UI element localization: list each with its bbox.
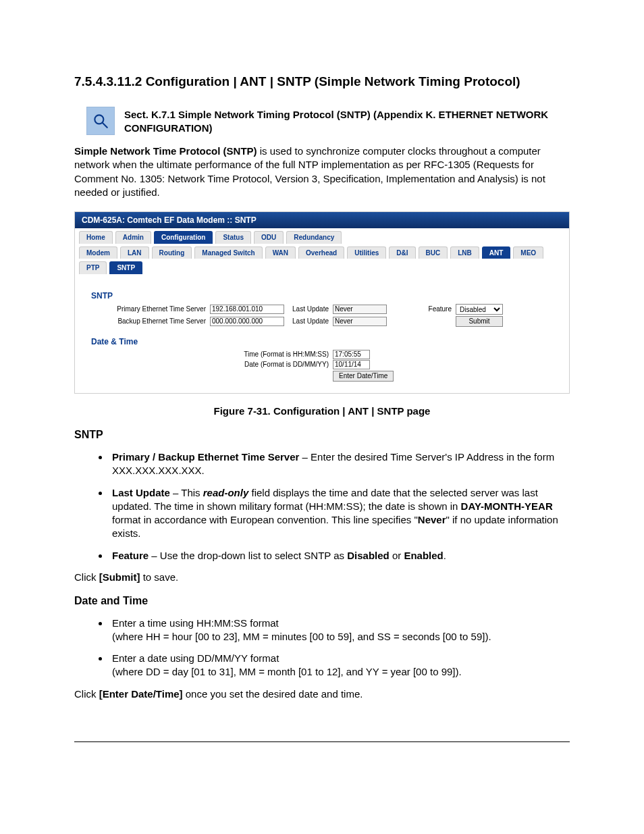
last-update-primary <box>333 305 387 314</box>
tab-row-1: HomeAdminConfigurationStatusODURedundanc… <box>75 228 569 244</box>
primary-server-input[interactable] <box>210 305 284 314</box>
tab-row-3: PTPSNTP <box>75 259 569 274</box>
enter-datetime-button[interactable]: Enter Date/Time <box>333 371 394 382</box>
magnifier-icon <box>86 107 115 135</box>
list-item: Feature – Use the drop-down list to sele… <box>109 549 570 563</box>
window-title: CDM-625A: Comtech EF Data Modem :: SNTP <box>75 212 569 228</box>
b2-p1: – This <box>170 487 203 498</box>
b2-s2: DAY-MONTH-YEAR <box>461 500 553 512</box>
tab-status[interactable]: Status <box>215 231 251 244</box>
tab-row-2: ModemLANRoutingManaged SwitchWANOverhead… <box>75 244 569 259</box>
time-input[interactable] <box>333 350 370 359</box>
sntp-subheading: SNTP <box>74 427 570 442</box>
backup-server-label: Backup Ethernet Time Server <box>91 317 206 326</box>
b3-p3: . <box>444 550 446 561</box>
tab-d-i[interactable]: D&I <box>389 246 415 259</box>
el-b: [Enter Date/Time] <box>99 688 183 700</box>
dt-b1-l2: (where HH = hour [00 to 23], MM = minute… <box>112 631 491 642</box>
tab-lnb[interactable]: LNB <box>450 246 479 259</box>
b2-p3: format in accordance with European conve… <box>112 514 418 525</box>
feature-label: Feature <box>391 305 452 314</box>
tab-admin[interactable]: Admin <box>115 231 151 244</box>
sl-c: to save. <box>140 571 179 583</box>
tab-overhead[interactable]: Overhead <box>298 246 344 259</box>
tab-wan[interactable]: WAN <box>265 246 296 259</box>
sntp-section-label: SNTP <box>91 290 553 301</box>
dt-b2-l2: (where DD = day [01 to 31], MM = month [… <box>112 666 462 677</box>
el-c: once you set the desired date and time. <box>183 688 363 700</box>
sl-a: Click <box>74 571 99 583</box>
svg-line-1 <box>103 122 107 127</box>
time-label: Time (Format is HH:MM:SS) <box>140 350 329 359</box>
dt-b1-l1: Enter a time using HH:MM:SS format <box>112 617 279 629</box>
intro-paragraph: Simple Network Time Protocol (SNTP) is u… <box>74 145 570 199</box>
config-screenshot: CDM-625A: Comtech EF Data Modem :: SNTP … <box>74 211 570 394</box>
tab-managed-switch[interactable]: Managed Switch <box>194 246 262 259</box>
list-item: Enter a time using HH:MM:SS format (wher… <box>109 617 570 644</box>
tab-routing[interactable]: Routing <box>152 246 192 259</box>
b3-p2: or <box>390 550 404 561</box>
tab-redundancy[interactable]: Redundancy <box>286 231 342 244</box>
submit-button[interactable]: Submit <box>456 316 503 327</box>
tab-odu[interactable]: ODU <box>254 231 284 244</box>
feature-select[interactable]: Disabled <box>456 304 503 315</box>
tab-ptp[interactable]: PTP <box>79 261 107 274</box>
el-a: Click <box>74 688 99 700</box>
figure-caption: Figure 7-31. Configuration | ANT | SNTP … <box>74 405 570 418</box>
b2-em: read-only <box>203 487 249 498</box>
list-item: Enter a date using DD/MM/YY format (wher… <box>109 652 570 679</box>
b3-strong: Feature <box>112 550 149 561</box>
tab-sntp[interactable]: SNTP <box>109 261 142 274</box>
b3-s3: Enabled <box>404 550 443 561</box>
tab-utilities[interactable]: Utilities <box>347 246 386 259</box>
b1-strong: Primary / Backup Ethernet Time Server <box>112 451 299 463</box>
list-item: Last Update – This read-only field displ… <box>109 486 570 541</box>
submit-instruction: Click [Submit] to save. <box>74 571 570 584</box>
date-label: Date (Format is DD/MM/YY) <box>140 360 329 369</box>
section-heading: 7.5.4.3.11.2 Configuration | ANT | SNTP … <box>74 73 570 90</box>
tab-home[interactable]: Home <box>79 231 113 244</box>
datetime-section-label: Date & Time <box>91 336 553 347</box>
b2-strong: Last Update <box>112 487 170 498</box>
b3-s2: Disabled <box>347 550 390 561</box>
last-update-label-2: Last Update <box>288 317 329 326</box>
reference-text: Sect. K.7.1 Simple Network Timing Protoc… <box>124 107 570 136</box>
b3-p1: – Use the drop-down list to select SNTP … <box>149 550 347 561</box>
datetime-bullet-list: Enter a time using HH:MM:SS format (wher… <box>74 617 570 679</box>
date-input[interactable] <box>333 360 370 369</box>
last-update-backup <box>333 317 387 326</box>
tab-configuration[interactable]: Configuration <box>154 231 213 244</box>
tab-ant[interactable]: ANT <box>482 246 511 259</box>
b2-s3: Never <box>418 514 446 525</box>
intro-strong: Simple Network Time Protocol (SNTP) <box>74 145 257 157</box>
sl-b: [Submit] <box>99 571 140 583</box>
primary-server-label: Primary Ethernet Time Server <box>91 305 206 314</box>
list-item: Primary / Backup Ethernet Time Server – … <box>109 450 570 478</box>
datetime-subheading: Date and Time <box>74 594 570 608</box>
sntp-bullet-list: Primary / Backup Ethernet Time Server – … <box>74 450 570 563</box>
tab-lan[interactable]: LAN <box>120 246 149 259</box>
footer-rule <box>74 741 570 742</box>
reference-callout: Sect. K.7.1 Simple Network Timing Protoc… <box>74 107 570 136</box>
backup-server-input[interactable] <box>210 317 284 326</box>
tab-meo[interactable]: MEO <box>513 246 543 259</box>
dt-b2-l1: Enter a date using DD/MM/YY format <box>112 652 279 664</box>
tab-buc[interactable]: BUC <box>419 246 448 259</box>
enter-instruction: Click [Enter Date/Time] once you set the… <box>74 687 570 701</box>
tab-modem[interactable]: Modem <box>79 246 117 259</box>
sntp-grid: Primary Ethernet Time Server Last Update… <box>91 304 553 327</box>
last-update-label-1: Last Update <box>288 305 329 314</box>
